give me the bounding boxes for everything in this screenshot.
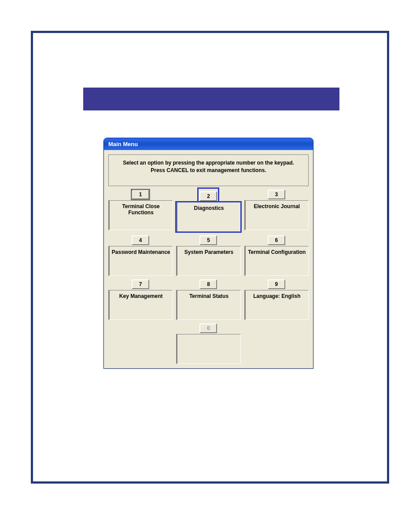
keypad-wrap: 6 [268, 235, 285, 245]
menu-label: Language: English [247, 293, 306, 299]
menu-item-terminal-status[interactable]: 8 Terminal Status [176, 279, 240, 320]
menu-label-box: System Parameters [176, 246, 240, 276]
menu-item-zero: 0 [176, 323, 240, 364]
menu-label: Terminal Status [179, 293, 238, 299]
keypad-1-button[interactable]: 1 [132, 190, 149, 199]
menu-label-box: Password Maintenance [108, 246, 173, 276]
keypad-wrap: 5 [199, 235, 217, 245]
keypad-4-button[interactable]: 4 [132, 235, 149, 245]
keypad-7-button[interactable]: 7 [132, 279, 149, 289]
keypad-9-button[interactable]: 9 [268, 279, 285, 289]
menu-item-electronic-journal[interactable]: 3 Electronic Journal [244, 190, 309, 232]
menu-label-box [176, 334, 240, 364]
window-title: Main Menu [108, 141, 138, 147]
menu-label-box: Terminal Close Functions [108, 200, 173, 230]
menu-item-key-management[interactable]: 7 Key Management [108, 279, 173, 320]
menu-item-terminal-close-functions[interactable]: 1 Terminal Close Functions [108, 190, 173, 232]
keypad-6-button[interactable]: 6 [268, 235, 285, 245]
page-frame: Main Menu Select an option by pressing t… [31, 31, 389, 484]
menu-item-language[interactable]: 9 Language: English [244, 279, 309, 320]
menu-item-system-parameters[interactable]: 5 System Parameters [176, 235, 240, 276]
menu-label-box: Electronic Journal [244, 200, 309, 230]
instructions-line-1: Select an option by pressing the appropr… [111, 159, 306, 167]
menu-label: Electronic Journal [247, 203, 306, 209]
menu-label-box: Language: English [244, 290, 309, 320]
menu-label-box: Diagnostics [176, 202, 240, 232]
menu-label: Password Maintenance [111, 249, 170, 255]
menu-label-box: Terminal Status [176, 290, 240, 320]
menu-label-box: Terminal Configuration [244, 246, 309, 276]
menu-item-password-maintenance[interactable]: 4 Password Maintenance [108, 235, 173, 276]
keypad-0-button: 0 [199, 323, 217, 333]
keypad-wrap: 8 [199, 279, 217, 289]
menu-label-box: Key Management [108, 290, 173, 320]
menu-item-diagnostics[interactable]: 2 Diagnostics [176, 190, 240, 232]
instructions-line-2: Press CANCEL to exit management function… [111, 167, 306, 174]
menu-label: Diagnostics [179, 205, 238, 211]
menu-item-terminal-configuration[interactable]: 6 Terminal Configuration [244, 235, 309, 276]
window-body: Select an option by pressing the appropr… [104, 150, 313, 368]
main-menu-window: Main Menu Select an option by pressing t… [103, 138, 313, 369]
keypad-wrap: 7 [132, 279, 149, 289]
instructions-panel: Select an option by pressing the appropr… [108, 154, 309, 186]
menu-label: System Parameters [179, 249, 238, 255]
menu-label: Terminal Close Functions [111, 203, 170, 216]
keypad-5-button[interactable]: 5 [199, 235, 217, 245]
keypad-wrap: 0 [199, 323, 217, 333]
keypad-8-button[interactable]: 8 [199, 279, 217, 289]
keypad-3-button[interactable]: 3 [268, 190, 285, 199]
header-banner [83, 88, 339, 110]
keypad-wrap: 1 [132, 190, 149, 199]
menu-label: Terminal Configuration [247, 249, 306, 255]
keypad-wrap: 4 [132, 235, 149, 245]
keypad-wrap: 2 [199, 190, 217, 201]
menu-grid: 1 Terminal Close Functions 2 Diagnostics [108, 190, 309, 364]
menu-label: Key Management [111, 293, 170, 299]
keypad-wrap: 9 [268, 279, 285, 289]
keypad-2-button[interactable]: 2 [199, 191, 217, 201]
window-title-bar: Main Menu [104, 138, 313, 150]
keypad-wrap: 3 [268, 190, 285, 199]
